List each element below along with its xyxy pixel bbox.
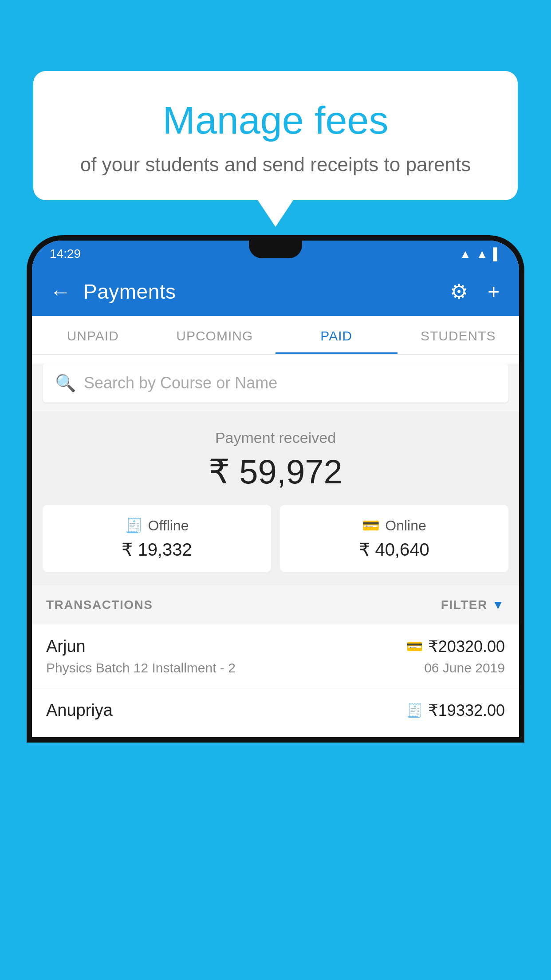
transaction-name: Anupriya bbox=[46, 701, 113, 720]
speech-bubble-container: Manage fees of your students and send re… bbox=[33, 71, 518, 227]
speech-bubble-subtitle: of your students and send receipts to pa… bbox=[69, 154, 482, 176]
tab-unpaid[interactable]: UNPAID bbox=[32, 316, 154, 354]
filter-icon: ▼ bbox=[492, 598, 505, 612]
offline-payment-card: 🧾 Offline ₹ 19,332 bbox=[43, 505, 271, 572]
settings-button[interactable]: ⚙ bbox=[445, 276, 473, 307]
content-area: 🔍 Search by Course or Name Payment recei… bbox=[32, 364, 519, 737]
offline-amount: ₹ 19,332 bbox=[53, 539, 260, 560]
online-icon: 💳 bbox=[362, 517, 380, 534]
transaction-amount: ₹20320.00 bbox=[428, 637, 505, 656]
transaction-row[interactable]: Anupriya 🧾 ₹19332.00 bbox=[32, 688, 519, 737]
app-bar: ← Payments ⚙ + bbox=[32, 267, 519, 316]
phone-container: 14:29 ▲ ▲ ▌ ← Payments ⚙ + UNPAID UPCOMI… bbox=[27, 235, 524, 980]
online-amount: ₹ 40,640 bbox=[291, 539, 498, 560]
transaction-amount-wrapper: 🧾 ₹19332.00 bbox=[406, 701, 505, 720]
online-label: Online bbox=[385, 518, 426, 534]
payment-received-label: Payment received bbox=[43, 429, 508, 447]
payment-cards: 🧾 Offline ₹ 19,332 💳 Online ₹ 40,640 bbox=[43, 505, 508, 572]
speech-bubble-title: Manage fees bbox=[69, 98, 482, 143]
signal-icon: ▲ bbox=[476, 247, 488, 261]
payment-received-section: Payment received ₹ 59,972 🧾 Offline ₹ 19… bbox=[32, 411, 519, 585]
tabs-container: UNPAID UPCOMING PAID STUDENTS bbox=[32, 316, 519, 355]
notch bbox=[249, 241, 302, 258]
filter-label: FILTER bbox=[441, 598, 488, 612]
online-card-header: 💳 Online bbox=[291, 517, 498, 534]
transaction-amount-wrapper: 💳 ₹20320.00 bbox=[406, 637, 505, 656]
wifi-icon: ▲ bbox=[460, 247, 471, 261]
speech-bubble-tail bbox=[258, 200, 293, 227]
phone-outer: 14:29 ▲ ▲ ▌ ← Payments ⚙ + UNPAID UPCOMI… bbox=[27, 235, 524, 743]
app-title: Payments bbox=[83, 280, 436, 304]
payment-total-amount: ₹ 59,972 bbox=[43, 452, 508, 491]
status-bar: 14:29 ▲ ▲ ▌ bbox=[32, 241, 519, 267]
online-payment-card: 💳 Online ₹ 40,640 bbox=[280, 505, 508, 572]
tab-upcoming[interactable]: UPCOMING bbox=[154, 316, 276, 354]
transaction-bottom: Physics Batch 12 Installment - 2 06 June… bbox=[46, 660, 505, 676]
back-button[interactable]: ← bbox=[46, 276, 75, 308]
tab-paid[interactable]: PAID bbox=[276, 316, 398, 354]
transaction-date: 06 June 2019 bbox=[424, 660, 505, 676]
tab-students[interactable]: STUDENTS bbox=[398, 316, 520, 354]
filter-button[interactable]: FILTER ▼ bbox=[441, 598, 505, 612]
battery-icon: ▌ bbox=[493, 247, 501, 261]
status-icons: ▲ ▲ ▌ bbox=[460, 247, 501, 261]
phone-screen: 14:29 ▲ ▲ ▌ ← Payments ⚙ + UNPAID UPCOMI… bbox=[32, 241, 519, 737]
search-bar[interactable]: 🔍 Search by Course or Name bbox=[43, 364, 508, 403]
offline-label: Offline bbox=[148, 518, 189, 534]
transaction-name: Arjun bbox=[46, 637, 86, 656]
transaction-payment-icon: 🧾 bbox=[406, 703, 423, 718]
offline-icon: 🧾 bbox=[125, 517, 143, 534]
transaction-row[interactable]: Arjun 💳 ₹20320.00 Physics Batch 12 Insta… bbox=[32, 624, 519, 688]
transaction-course: Physics Batch 12 Installment - 2 bbox=[46, 660, 236, 676]
search-icon: 🔍 bbox=[55, 373, 76, 393]
add-button[interactable]: + bbox=[482, 276, 505, 307]
search-placeholder-text: Search by Course or Name bbox=[84, 374, 277, 392]
speech-bubble: Manage fees of your students and send re… bbox=[33, 71, 518, 200]
transaction-payment-icon: 💳 bbox=[406, 639, 423, 654]
transactions-label: TRANSACTIONS bbox=[46, 598, 153, 612]
status-time: 14:29 bbox=[50, 247, 81, 261]
transaction-top: Anupriya 🧾 ₹19332.00 bbox=[46, 701, 505, 720]
transaction-top: Arjun 💳 ₹20320.00 bbox=[46, 637, 505, 656]
transaction-amount: ₹19332.00 bbox=[428, 701, 505, 720]
offline-card-header: 🧾 Offline bbox=[53, 517, 260, 534]
transactions-header: TRANSACTIONS FILTER ▼ bbox=[32, 585, 519, 624]
